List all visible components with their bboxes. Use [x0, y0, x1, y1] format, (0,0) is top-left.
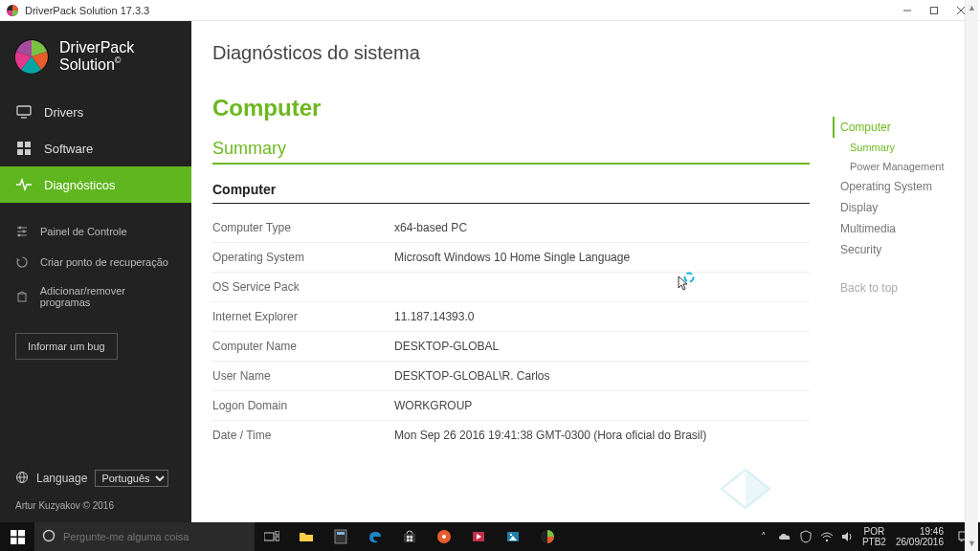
tool-restore-label: Criar ponto de recuperação — [40, 256, 168, 268]
svg-rect-37 — [411, 536, 413, 539]
app-favicon-icon — [6, 4, 19, 17]
info-row-computer-type: Computer Type x64-based PC — [212, 213, 810, 243]
taskbar-search-input[interactable] — [63, 531, 247, 542]
nav-drivers[interactable]: Drivers — [0, 94, 191, 130]
cortana-icon — [42, 529, 56, 544]
svg-rect-9 — [25, 142, 31, 147]
scroll-up-icon[interactable]: ▲ — [966, 0, 978, 15]
info-row-cname: Computer Name DESKTOP-GLOBAL — [212, 332, 810, 362]
info-value: DESKTOP-GLOBAL\R. Carlos — [394, 369, 810, 383]
restore-icon — [15, 254, 31, 270]
nav-software[interactable]: Software — [0, 130, 191, 166]
toc-summary[interactable]: Summary — [833, 138, 974, 157]
svg-rect-18 — [18, 294, 26, 301]
brand-logo: DriverPack Solution© — [0, 21, 191, 94]
toc-sidebar: Computer Summary Power Management Operat… — [827, 21, 980, 522]
vertical-scrollbar[interactable]: ▲ ▼ — [965, 0, 978, 551]
info-key: Computer Type — [212, 221, 394, 234]
svg-rect-39 — [411, 540, 413, 542]
page-title: Diagnósticos do sistema — [212, 42, 810, 64]
info-value: DESKTOP-GLOBAL — [394, 340, 810, 353]
report-bug-button[interactable]: Informar um bug — [15, 333, 118, 360]
info-row-ie: Internet Explorer 11.187.14393.0 — [212, 302, 810, 332]
windows-taskbar: ˄ PORPTB2 19:4626/09/2016 — [0, 522, 980, 551]
svg-rect-2 — [931, 7, 938, 13]
taskbar-app-groove[interactable] — [427, 522, 461, 551]
sliders-icon — [15, 224, 31, 239]
svg-rect-36 — [407, 536, 410, 539]
heartbeat-icon — [15, 176, 33, 193]
svg-marker-24 — [746, 470, 769, 508]
section-summary-heading: Summary — [212, 139, 810, 165]
info-key: Computer Name — [212, 340, 394, 353]
taskbar-app-folder[interactable] — [289, 522, 323, 551]
nav-diagnostics[interactable]: Diagnósticos — [0, 166, 191, 203]
main-content: Diagnósticos do sistema Computer Summary… — [191, 21, 827, 522]
tray-chevron-up-icon[interactable]: ˄ — [753, 522, 774, 551]
toc-os[interactable]: Operating System — [833, 176, 974, 197]
taskbar-app-calculator[interactable] — [323, 522, 358, 551]
brand-line1: DriverPack — [59, 39, 134, 56]
scroll-down-icon[interactable]: ▼ — [966, 536, 978, 551]
svg-rect-8 — [17, 142, 23, 147]
taskbar-app-store[interactable] — [392, 522, 427, 551]
svg-rect-25 — [11, 530, 17, 537]
sidebar: DriverPack Solution© Drivers Software Di… — [0, 21, 191, 522]
info-row-domain: Logon Domain WORKGROUP — [212, 391, 810, 421]
toc-multimedia[interactable]: Multimedia — [833, 218, 974, 239]
info-key: Date / Time — [212, 429, 394, 442]
scroll-track[interactable] — [966, 15, 978, 536]
taskbar-app-movies[interactable] — [461, 522, 496, 551]
toc-security[interactable]: Security — [833, 239, 974, 260]
tray-clock[interactable]: 19:4626/09/2016 — [890, 526, 949, 547]
info-row-datetime: Date / Time Mon Sep 26 2016 19:41:38 GMT… — [212, 421, 810, 450]
info-value: Microsoft Windows 10 Home Single Languag… — [394, 251, 810, 264]
svg-rect-30 — [264, 533, 274, 540]
svg-rect-35 — [404, 534, 415, 542]
nav-diagnostics-label: Diagnósticos — [44, 178, 115, 192]
nav-software-label: Software — [44, 142, 93, 156]
start-button[interactable] — [0, 522, 34, 551]
tray-language[interactable]: PORPTB2 — [858, 526, 890, 547]
tool-control-panel-label: Painel de Controle — [40, 226, 127, 237]
taskbar-search[interactable] — [34, 522, 255, 551]
tray-network-icon[interactable] — [816, 522, 837, 551]
svg-point-16 — [23, 231, 26, 233]
tray-onedrive-icon[interactable] — [774, 522, 795, 551]
logo-icon — [13, 38, 50, 75]
toc-power[interactable]: Power Management — [833, 157, 974, 176]
taskbar-app-driverpack[interactable] — [530, 522, 565, 551]
toc-computer[interactable]: Computer — [833, 117, 974, 138]
info-value: Mon Sep 26 2016 19:41:38 GMT-0300 (Hora … — [394, 429, 810, 442]
tool-add-remove[interactable]: Adicionar/remover programas — [0, 277, 191, 316]
copyright: Artur Kuzyakov © 2016 — [0, 493, 191, 522]
task-view-button[interactable] — [255, 522, 289, 551]
info-row-os: Operating System Microsoft Windows 10 Ho… — [212, 243, 810, 273]
tool-control-panel[interactable]: Painel de Controle — [0, 216, 191, 247]
toc-back-to-top[interactable]: Back to top — [833, 277, 974, 298]
svg-point-41 — [442, 535, 446, 539]
language-select[interactable]: Português — [95, 470, 168, 487]
info-row-sp: OS Service Pack — [212, 273, 810, 302]
window-maximize-button[interactable] — [921, 0, 947, 21]
nav-drivers-label: Drivers — [44, 105, 83, 120]
svg-rect-6 — [17, 106, 31, 115]
info-value — [394, 280, 810, 294]
taskbar-app-photos[interactable] — [496, 522, 530, 551]
svg-point-15 — [19, 227, 22, 230]
svg-point-17 — [18, 234, 21, 237]
svg-rect-38 — [407, 540, 410, 542]
svg-rect-31 — [276, 531, 279, 535]
svg-rect-32 — [276, 537, 279, 540]
toc-display[interactable]: Display — [833, 197, 974, 218]
taskbar-app-edge[interactable] — [358, 522, 392, 551]
tray-volume-icon[interactable] — [837, 522, 858, 551]
svg-rect-10 — [17, 149, 23, 155]
tray-defender-icon[interactable] — [795, 522, 816, 551]
tool-restore-point[interactable]: Criar ponto de recuperação — [0, 247, 191, 277]
language-label: Language — [36, 472, 87, 485]
svg-point-48 — [826, 540, 828, 541]
window-minimize-button[interactable] — [894, 0, 921, 21]
section-computer-subheading: Computer — [212, 182, 810, 204]
info-key: Logon Domain — [212, 399, 394, 412]
